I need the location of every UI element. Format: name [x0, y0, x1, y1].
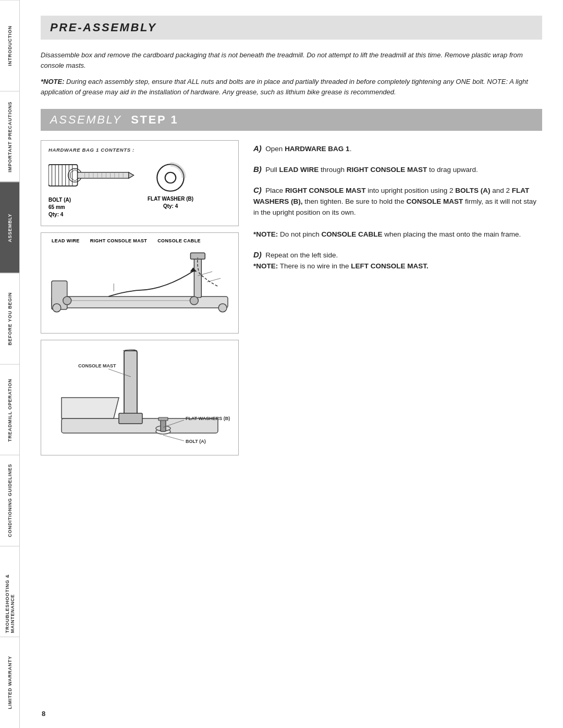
svg-text:FLAT WASHERS (B): FLAT WASHERS (B) — [186, 416, 230, 421]
sidebar-tab-treadmill-operation[interactable]: TREADMILL OPERATION — [0, 364, 19, 455]
instructions-column: A) Open HARDWARE BAG 1. B) Pull LEAD WIR… — [253, 140, 542, 712]
sidebar-tab-introduction[interactable]: INTRODUCTION — [0, 0, 19, 91]
sidebar-tab-limited-warranty[interactable]: LIMITED WARRANTY — [0, 637, 19, 728]
treadmill-img-area — [46, 244, 233, 328]
svg-marker-21 — [129, 172, 134, 178]
svg-line-48 — [163, 435, 184, 441]
step-a-letter: A) — [253, 144, 262, 153]
step-b-letter: B) — [253, 165, 262, 174]
page-number: 8 — [42, 710, 45, 718]
washer-diagram: FLAT WASHER (B) Qty: 4 — [148, 162, 193, 210]
bolt-svg — [48, 158, 142, 194]
svg-point-31 — [190, 297, 198, 305]
svg-point-23 — [165, 172, 176, 183]
svg-point-30 — [63, 297, 71, 305]
diagrams-column: HARDWARE BAG 1 CONTENTS : — [41, 140, 239, 712]
svg-point-33 — [218, 304, 227, 312]
assembly-step-header: ASSEMBLY STEP 1 — [41, 109, 542, 131]
pre-assembly-title: PRE-ASSEMBLY — [50, 21, 533, 34]
svg-rect-37 — [124, 351, 137, 418]
treadmill-side-diagram: LEAD WIRE RIGHT CONSOLE MAST CONSOLE CAB… — [41, 232, 239, 334]
step-c: C) Place RIGHT CONSOLE MAST into upright… — [253, 184, 542, 240]
sidebar-tab-assembly[interactable]: ASSEMBLY — [0, 182, 19, 273]
treadmill-label-row: LEAD WIRE RIGHT CONSOLE MAST CONSOLE CAB… — [46, 238, 233, 243]
svg-text:CONSOLE MAST: CONSOLE MAST — [78, 363, 116, 368]
sidebar-tab-important-precautions[interactable]: IMPORTANT PRECAUTIONS — [0, 91, 19, 182]
washer-svg — [155, 162, 186, 193]
bolt-diagram: BOLT (A) 65 mm Qty: 4 — [48, 158, 142, 218]
sidebar-tab-before-you-begin[interactable]: BEFORE YOU BEGIN — [0, 273, 19, 364]
step-d: D) Repeat on the left side. *NOTE: There… — [253, 249, 542, 272]
intro-paragraph-1: Disassemble box and remove the cardboard… — [41, 50, 542, 70]
mast-detail-diagram: CONSOLE MAST FLAT WASHERS (B) BOLT (A) — [41, 340, 239, 455]
svg-rect-24 — [52, 297, 228, 308]
main-content: PRE-ASSEMBLY Disassemble box and remove … — [20, 0, 563, 728]
sidebar-tab-troubleshooting[interactable]: TROUBLESHOOTING & MAINTENANCE — [0, 546, 19, 637]
bolt-label: BOLT (A) 65 mm Qty: 4 — [48, 196, 71, 218]
mast-detail-svg: CONSOLE MAST FLAT WASHERS (B) BOLT (A) — [46, 346, 234, 450]
label-right-console-mast: RIGHT CONSOLE MAST — [90, 238, 147, 243]
hardware-bag-box: HARDWARE BAG 1 CONTENTS : — [41, 140, 239, 226]
svg-point-32 — [53, 304, 61, 312]
svg-rect-10 — [78, 172, 129, 178]
step-a: A) Open HARDWARE BAG 1. — [253, 142, 542, 155]
svg-rect-0 — [48, 165, 78, 186]
svg-line-36 — [207, 278, 221, 282]
svg-rect-43 — [158, 417, 168, 421]
washer-label: FLAT WASHER (B) Qty: 4 — [148, 195, 193, 210]
hardware-bag-title: HARDWARE BAG 1 CONTENTS : — [48, 147, 231, 153]
label-lead-wire: LEAD WIRE — [52, 238, 80, 243]
intro-note: *NOTE: During each assembly step, ensure… — [41, 77, 542, 97]
label-console-cable: CONSOLE CABLE — [157, 238, 201, 243]
sidebar: INTRODUCTION IMPORTANT PRECAUTIONS ASSEM… — [0, 0, 20, 728]
hardware-items-row: BOLT (A) 65 mm Qty: 4 — [48, 158, 231, 218]
sidebar-tab-conditioning-guidelines[interactable]: CONDITIONING GUIDELINES — [0, 455, 19, 546]
step-d-letter: D) — [253, 250, 262, 259]
step-b: B) Pull LEAD WIRE through RIGHT CONSOLE … — [253, 163, 542, 176]
svg-text:BOLT (A): BOLT (A) — [186, 439, 206, 444]
step-c-letter: C) — [253, 186, 262, 194]
treadmill-side-svg — [46, 244, 233, 328]
pre-assembly-header: PRE-ASSEMBLY — [41, 16, 542, 40]
svg-rect-39 — [119, 413, 142, 424]
note-label: *NOTE: — [41, 78, 65, 85]
assembly-step-title: ASSEMBLY STEP 1 — [50, 113, 533, 127]
content-area: HARDWARE BAG 1 CONTENTS : — [41, 140, 542, 712]
